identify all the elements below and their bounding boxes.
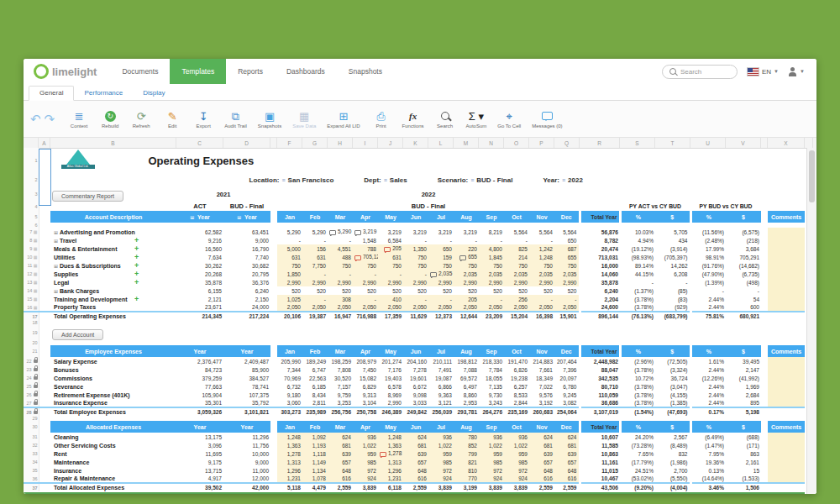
month-cell[interactable]: 1,149: [302, 458, 328, 466]
month-cell[interactable]: 750: [428, 261, 454, 270]
month-cell[interactable]: 631: [277, 253, 302, 261]
month-cell[interactable]: 985: [428, 458, 454, 466]
month-cell[interactable]: 648: [529, 466, 554, 475]
tree-expand-icon[interactable]: ⊞: [54, 230, 58, 235]
commentary-report-button[interactable]: Commentary Report: [52, 191, 123, 202]
comment-cell[interactable]: [768, 357, 805, 365]
month-cell[interactable]: 750: [403, 261, 428, 270]
add-line-icon[interactable]: +: [134, 295, 139, 303]
month-cell[interactable]: 1,845: [479, 253, 504, 261]
month-cell[interactable]: 750: [504, 261, 529, 270]
account-name[interactable]: Utilities+: [50, 253, 176, 261]
month-cell[interactable]: 156: [302, 244, 328, 253]
month-cell[interactable]: 936: [479, 433, 504, 441]
month-cell[interactable]: 624: [529, 433, 554, 441]
tab-display[interactable]: Display: [133, 87, 175, 100]
go-to-cell-button[interactable]: ⌖Go To Cell: [497, 110, 521, 129]
month-cell[interactable]: 4,800: [479, 244, 504, 253]
month-cell[interactable]: 972: [479, 466, 504, 475]
month-cell[interactable]: 655: [454, 253, 479, 261]
month-cell[interactable]: 972: [428, 466, 454, 475]
month-cell[interactable]: 924: [353, 475, 378, 483]
add-line-icon[interactable]: +: [134, 261, 139, 270]
month-cell[interactable]: 2,990: [302, 278, 328, 286]
month-cell[interactable]: 2,990: [277, 278, 302, 286]
month-cell[interactable]: 2,990: [554, 278, 580, 286]
tree-expand-icon[interactable]: ⊞: [54, 239, 58, 244]
undo-icon[interactable]: ↶: [30, 112, 41, 127]
month-cell[interactable]: 2,990: [378, 278, 403, 286]
month-cell[interactable]: 2,990: [479, 278, 504, 286]
expand-icon[interactable]: ⊞: [190, 215, 196, 220]
month-cell[interactable]: 780: [454, 433, 479, 441]
month-cell[interactable]: 985: [353, 458, 378, 466]
month-cell[interactable]: 616: [554, 475, 580, 483]
comment-cell[interactable]: [768, 303, 805, 312]
expand-all-lid-button[interactable]: ⊞Expand All LID: [327, 110, 360, 129]
filter-location[interactable]: Location:≡San Francisco: [249, 176, 334, 184]
comment-bubble-icon[interactable]: [354, 230, 361, 235]
account-name[interactable]: ⊞Dues & Subscriptions+: [50, 261, 176, 270]
comment-cell[interactable]: [768, 466, 805, 475]
search-button[interactable]: Search: [435, 110, 455, 129]
expand-icon[interactable]: ⊞: [237, 215, 243, 220]
month-cell[interactable]: 936: [353, 433, 378, 441]
add-line-icon[interactable]: +: [134, 244, 139, 253]
comment-cell[interactable]: [768, 270, 805, 278]
month-cell[interactable]: 2,035: [479, 270, 504, 278]
month-cell[interactable]: 7,750: [302, 261, 328, 270]
month-cell[interactable]: 810: [454, 466, 479, 475]
add-line-icon[interactable]: +: [134, 236, 139, 244]
month-cell[interactable]: 681: [403, 441, 428, 449]
comment-bubble-icon[interactable]: [354, 255, 361, 260]
comment-bubble-icon[interactable]: [459, 255, 466, 260]
comment-cell[interactable]: [768, 433, 805, 441]
month-cell[interactable]: 1,278: [378, 449, 403, 458]
month-cell[interactable]: 2,050: [554, 303, 580, 312]
month-cell[interactable]: 631: [378, 253, 403, 261]
month-cell[interactable]: 2,050: [479, 303, 504, 312]
month-cell[interactable]: 788: [353, 244, 378, 253]
month-cell[interactable]: 1,022: [479, 441, 504, 449]
month-cell[interactable]: 705,123: [353, 253, 378, 261]
messages-0-button[interactable]: Messages (0): [532, 110, 562, 129]
month-cell[interactable]: 1,022: [353, 441, 378, 449]
nav-item-snapshots[interactable]: Snapshots: [337, 59, 394, 84]
month-cell[interactable]: 852: [454, 441, 479, 449]
comment-cell[interactable]: [768, 449, 805, 458]
comment-cell[interactable]: [768, 458, 805, 466]
month-cell[interactable]: 488: [328, 253, 353, 261]
account-name[interactable]: Repair & Maintenance: [50, 475, 176, 483]
comment-bubble-icon[interactable]: [329, 230, 336, 235]
account-name[interactable]: Legal+: [50, 278, 176, 286]
account-name[interactable]: Supplies+: [50, 270, 176, 278]
tree-expand-icon[interactable]: ⊞: [54, 264, 58, 269]
month-cell[interactable]: -: [529, 295, 554, 303]
comment-cell[interactable]: [768, 236, 805, 244]
autosum-button[interactable]: Σ ▾AutoSum: [466, 110, 487, 129]
filter-dept[interactable]: Dept:≡Sales: [364, 176, 407, 184]
month-cell[interactable]: 750: [277, 261, 302, 270]
month-cell[interactable]: 631: [302, 253, 328, 261]
month-cell[interactable]: 959: [479, 449, 504, 458]
account-name[interactable]: Other Servicing Costs: [50, 441, 176, 449]
month-cell[interactable]: 657: [529, 458, 554, 466]
account-name[interactable]: Insurance Expense: [50, 399, 176, 407]
month-cell[interactable]: 1,296: [277, 466, 302, 475]
month-cell[interactable]: 639: [328, 449, 353, 458]
month-cell[interactable]: 1,025: [277, 295, 302, 303]
month-cell[interactable]: 1,850: [277, 270, 302, 278]
month-cell[interactable]: 2,990: [504, 278, 529, 286]
month-cell[interactable]: -: [302, 270, 328, 278]
month-cell[interactable]: 308: [328, 295, 353, 303]
month-cell[interactable]: 972: [504, 466, 529, 475]
comment-cell[interactable]: [768, 278, 805, 286]
edit-button[interactable]: ✎Edit: [162, 110, 182, 129]
functions-button[interactable]: fxFunctions: [402, 110, 424, 129]
comment-cell[interactable]: [768, 365, 805, 374]
month-cell[interactable]: 681: [554, 441, 580, 449]
month-cell[interactable]: 639: [529, 449, 554, 458]
month-cell[interactable]: 648: [554, 466, 580, 475]
context-button[interactable]: ≣Context: [69, 110, 89, 129]
account-name[interactable]: ⊞Travel+: [50, 236, 176, 244]
